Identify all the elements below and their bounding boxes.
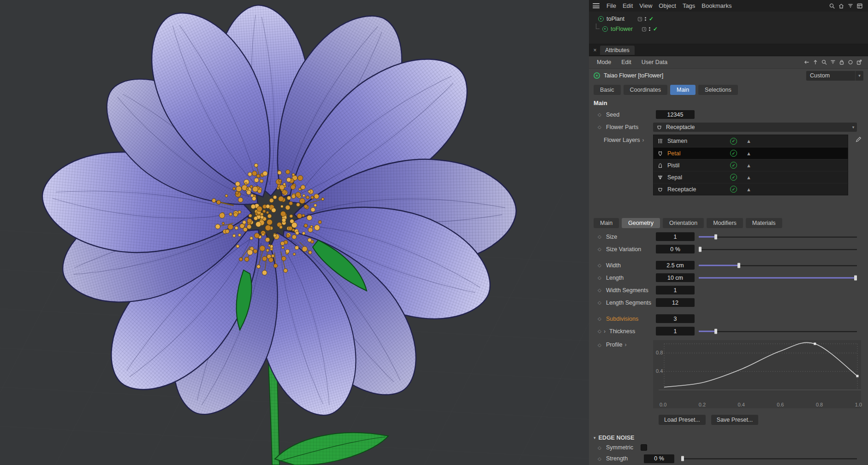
- keyframe-diamond-icon[interactable]: ◇: [598, 247, 604, 252]
- tab-materials[interactable]: Materials: [746, 218, 782, 228]
- save-preset-button[interactable]: Save Preset...: [711, 415, 759, 425]
- layer-render-triangle-icon[interactable]: ▲: [746, 151, 751, 156]
- tab-main[interactable]: Main: [670, 85, 696, 95]
- size-slider[interactable]: [699, 234, 857, 240]
- search-icon[interactable]: [820, 58, 828, 66]
- keyframe-diamond-icon[interactable]: ◇: [598, 275, 604, 280]
- filter-icon[interactable]: [828, 58, 837, 66]
- width-input[interactable]: 2.5 cm: [656, 261, 695, 270]
- enabled-check-icon[interactable]: ✓: [653, 26, 658, 32]
- size-variation-slider[interactable]: [699, 246, 857, 252]
- menu-edit[interactable]: Edit: [619, 2, 636, 9]
- keyframe-circle-icon[interactable]: [846, 58, 855, 66]
- width-segments-input[interactable]: 1: [656, 286, 695, 294]
- length-slider[interactable]: [699, 275, 857, 281]
- layer-row-sepal[interactable]: Sepal ✓ ▲: [654, 171, 848, 183]
- chevron-right-icon[interactable]: ›: [624, 341, 626, 348]
- slider-handle[interactable]: [737, 263, 740, 268]
- object-row-toplant[interactable]: toPlant ✓: [589, 14, 868, 24]
- seed-input[interactable]: 12345: [656, 110, 695, 119]
- tab-geo-main[interactable]: Main: [594, 218, 619, 228]
- layer-row-receptacle[interactable]: Receptacle ✓ ▲: [654, 183, 848, 195]
- layer-enabled-check-icon[interactable]: ✓: [730, 138, 737, 145]
- arrow-up-icon[interactable]: [811, 58, 820, 66]
- menu-view[interactable]: View: [636, 2, 655, 9]
- menu-edit-attr[interactable]: Edit: [618, 59, 635, 65]
- width-slider[interactable]: [699, 262, 857, 268]
- thickness-input[interactable]: 1: [656, 327, 695, 336]
- size-input[interactable]: 1: [656, 232, 695, 241]
- hamburger-menu-icon[interactable]: [593, 3, 600, 8]
- keyframe-diamond-icon[interactable]: ◇: [598, 234, 604, 239]
- slider-handle[interactable]: [714, 329, 717, 334]
- length-segments-input[interactable]: 12: [656, 298, 695, 307]
- search-icon[interactable]: [827, 1, 837, 11]
- enable-dots-icon[interactable]: [649, 27, 650, 31]
- lock-icon[interactable]: [837, 58, 846, 66]
- tab-modifiers[interactable]: Modifiers: [707, 218, 743, 228]
- object-name[interactable]: toPlant: [606, 16, 635, 22]
- filter-icon[interactable]: [846, 1, 855, 11]
- keyframe-diamond-icon[interactable]: ◇: [598, 288, 604, 293]
- slider-track[interactable]: [681, 459, 857, 459]
- layer-render-triangle-icon[interactable]: ▲: [746, 138, 751, 144]
- chevron-down-icon[interactable]: ▾: [855, 71, 863, 81]
- layer-enabled-check-icon[interactable]: ✓: [730, 150, 737, 157]
- keyframe-diamond-icon[interactable]: ◇: [598, 342, 604, 347]
- menu-user-data[interactable]: User Data: [638, 59, 671, 65]
- edge-noise-header[interactable]: ▾ EDGE NOISE: [589, 432, 868, 442]
- object-name[interactable]: toFlower: [611, 26, 639, 32]
- layer-row-stamen[interactable]: Stamen ✓ ▲: [654, 135, 848, 147]
- thickness-slider[interactable]: [699, 328, 857, 334]
- chevron-down-icon[interactable]: ▾: [850, 125, 857, 129]
- menu-mode[interactable]: Mode: [594, 59, 614, 65]
- viewport-canvas[interactable]: [0, 0, 589, 465]
- size-variation-input[interactable]: 0 %: [656, 245, 695, 253]
- keyframe-diamond-icon[interactable]: ◇: [598, 456, 604, 461]
- layer-chip-icon[interactable]: [642, 27, 646, 31]
- object-row-toflower[interactable]: toFlower ✓: [589, 24, 868, 34]
- popout-icon[interactable]: [855, 58, 863, 66]
- layer-render-triangle-icon[interactable]: ▲: [746, 175, 751, 180]
- profile-curve-editor[interactable]: 0.8 0.4 0.0 0.2 0.4 0.6 0.8 1.0: [653, 340, 861, 408]
- layer-row-petal[interactable]: Petal ✓ ▲: [654, 147, 848, 159]
- keyframe-diamond-icon[interactable]: ◇: [598, 112, 604, 117]
- chevron-right-icon[interactable]: ›: [642, 137, 644, 143]
- tab-attributes[interactable]: Attributes: [600, 46, 635, 55]
- slider-track[interactable]: [699, 249, 857, 250]
- keyframe-diamond-icon[interactable]: ◇: [598, 263, 604, 268]
- flower-parts-dropdown[interactable]: Receptacle ▾: [653, 123, 857, 132]
- strength-input[interactable]: 0 %: [644, 454, 674, 463]
- slider-handle[interactable]: [681, 456, 684, 461]
- subdivisions-input[interactable]: 3: [656, 314, 695, 323]
- arrow-left-icon[interactable]: [802, 58, 811, 66]
- preset-dropdown[interactable]: Custom ▾: [806, 71, 863, 81]
- menu-tags[interactable]: Tags: [679, 2, 698, 9]
- viewport-3d[interactable]: [0, 0, 589, 465]
- strength-slider[interactable]: [681, 456, 857, 462]
- chevron-down-icon[interactable]: ▾: [594, 436, 596, 440]
- tab-geometry[interactable]: Geometry: [622, 218, 660, 228]
- slider-track[interactable]: [699, 331, 857, 332]
- tab-coordinates[interactable]: Coordinates: [624, 85, 667, 95]
- tab-orientation[interactable]: Orientation: [663, 218, 704, 228]
- menu-object[interactable]: Object: [655, 2, 679, 9]
- keyframe-diamond-icon[interactable]: ◇: [598, 300, 604, 305]
- layer-name[interactable]: Sepal: [667, 174, 726, 181]
- layer-chip-icon[interactable]: [638, 17, 642, 21]
- layer-name[interactable]: Stamen: [667, 138, 726, 144]
- close-icon[interactable]: ×: [591, 47, 599, 54]
- slider-handle[interactable]: [699, 247, 702, 252]
- keyframe-diamond-icon[interactable]: ◇: [598, 124, 604, 129]
- symmetric-checkbox[interactable]: [641, 444, 647, 451]
- layer-render-triangle-icon[interactable]: ▲: [746, 163, 751, 168]
- enabled-check-icon[interactable]: ✓: [649, 16, 654, 22]
- slider-track[interactable]: [699, 236, 857, 237]
- layer-name[interactable]: Pistil: [667, 162, 726, 169]
- layer-render-triangle-icon[interactable]: ▲: [746, 187, 751, 192]
- home-icon[interactable]: [837, 1, 846, 11]
- tab-basic[interactable]: Basic: [594, 85, 621, 95]
- enable-dots-icon[interactable]: [645, 17, 646, 21]
- layer-enabled-check-icon[interactable]: ✓: [730, 174, 737, 181]
- layer-name[interactable]: Receptacle: [667, 186, 726, 193]
